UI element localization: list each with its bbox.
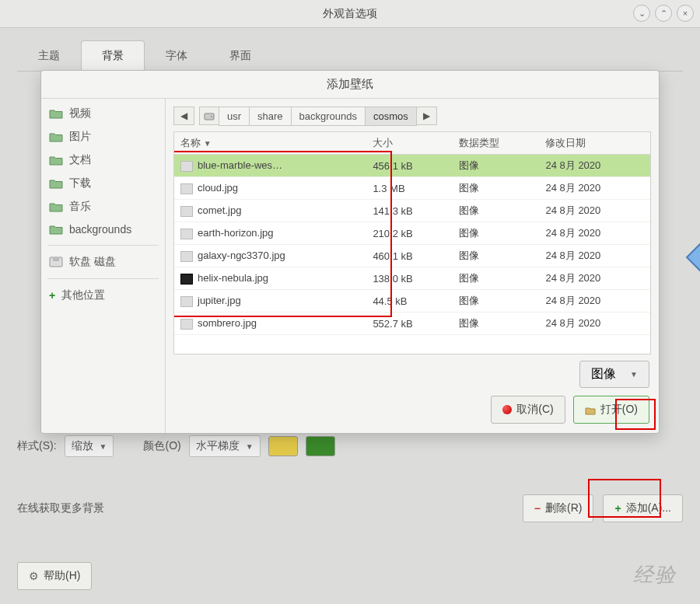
plus-icon: +: [614, 502, 621, 515]
dialog-title: 添加壁纸: [41, 71, 659, 99]
folder-icon: [49, 155, 63, 166]
tab-background[interactable]: 背景: [81, 40, 145, 71]
color-swatch-2[interactable]: [306, 436, 335, 456]
image-file-icon: [180, 206, 193, 217]
plus-icon: +: [49, 289, 55, 302]
filter-dropdown[interactable]: 图像▼: [579, 361, 649, 388]
sidebar-item-音乐[interactable]: 音乐: [41, 195, 165, 218]
image-file-icon: [180, 319, 193, 330]
style-row: 样式(S): 缩放▼ 颜色(O) 水平梯度▼: [17, 435, 683, 457]
add-button[interactable]: +添加(A)...: [603, 494, 683, 522]
window-minimize-button[interactable]: ⌄: [633, 5, 650, 22]
tab-theme[interactable]: 主题: [17, 40, 81, 71]
help-icon: ?: [685, 234, 700, 281]
sidebar-item-文档[interactable]: 文档: [41, 148, 165, 172]
sidebar-item-图片[interactable]: 图片: [41, 125, 165, 148]
style-label: 样式(S):: [17, 439, 57, 453]
folder-icon: [49, 201, 63, 212]
table-row[interactable]: helix-nebula.jpg138.0 kB图像24 8月 2020: [174, 267, 650, 290]
remove-button[interactable]: −删除(R): [523, 494, 594, 522]
sidebar-item-label: 音乐: [69, 200, 91, 214]
chevron-down-icon: ▼: [246, 442, 254, 451]
chevron-down-icon: ▼: [100, 442, 107, 451]
sidebar-item-label: 其他位置: [61, 288, 105, 302]
sidebar-item-label: 软盘 磁盘: [69, 255, 116, 269]
table-row[interactable]: sombrero.jpg552.7 kB图像24 8月 2020: [174, 312, 650, 335]
harddisk-icon: [204, 110, 215, 121]
image-file-icon: [180, 229, 193, 239]
svg-rect-2: [205, 113, 214, 120]
gear-icon: ⚙: [29, 570, 39, 582]
style-dropdown[interactable]: 缩放▼: [65, 435, 114, 457]
breadcrumb-seg-cosmos[interactable]: cosmos: [365, 106, 417, 126]
col-size[interactable]: 大小: [366, 132, 452, 155]
image-file-icon: [180, 161, 193, 172]
sidebar-item-其他位置[interactable]: +其他位置: [41, 284, 165, 307]
folder-icon: [49, 108, 63, 119]
col-name[interactable]: 名称 ▼: [174, 132, 366, 155]
window-titlebar: 外观首选项 ⌄ ⌃ ×: [0, 0, 700, 28]
sidebar-item-视频[interactable]: 视频: [41, 102, 165, 125]
chevron-down-icon: ▼: [630, 370, 638, 379]
svg-point-3: [211, 116, 212, 117]
table-row[interactable]: blue-marble-wes…456.1 kB图像24 8月 2020: [174, 155, 650, 177]
color-label: 颜色(O): [143, 439, 180, 453]
sidebar-item-软盘 磁盘[interactable]: 软盘 磁盘: [41, 250, 165, 274]
table-row[interactable]: earth-horizon.jpg210.2 kB图像24 8月 2020: [174, 222, 650, 245]
breadcrumb-seg-usr[interactable]: usr: [219, 106, 250, 126]
cancel-button[interactable]: 取消(C): [491, 396, 565, 424]
file-dialog: 添加壁纸 视频图片文档下载音乐backgrounds软盘 磁盘+其他位置 ◀ u…: [40, 70, 660, 434]
col-type[interactable]: 数据类型: [453, 132, 540, 155]
window-title: 外观首选项: [323, 7, 377, 21]
table-row[interactable]: comet.jpg141.3 kB图像24 8月 2020: [174, 200, 650, 222]
window-close-button[interactable]: ×: [677, 5, 694, 22]
breadcrumb: ◀ usrsharebackgroundscosmos ▶: [166, 99, 659, 131]
svg-rect-1: [53, 257, 59, 261]
dialog-sidebar: 视频图片文档下载音乐backgrounds软盘 磁盘+其他位置: [41, 99, 166, 433]
image-file-icon: [180, 274, 193, 285]
col-date[interactable]: 修改日期: [539, 132, 650, 155]
breadcrumb-drive-icon[interactable]: [199, 106, 219, 125]
breadcrumb-seg-backgrounds[interactable]: backgrounds: [291, 106, 366, 126]
watermark: 经验: [633, 561, 677, 588]
open-button[interactable]: 打开(O): [573, 396, 649, 424]
sidebar-item-label: 视频: [69, 106, 91, 120]
breadcrumb-seg-share[interactable]: share: [249, 106, 292, 126]
svg-marker-4: [687, 236, 700, 279]
tab-interface[interactable]: 界面: [208, 40, 272, 71]
record-icon: [502, 405, 512, 414]
folder-icon: [49, 224, 63, 235]
folder-icon: [49, 178, 63, 189]
sidebar-item-label: 图片: [69, 130, 91, 144]
file-list[interactable]: 名称 ▼ 大小 数据类型 修改日期 blue-marble-wes…456.1 …: [173, 131, 651, 354]
sidebar-item-label: 下载: [69, 176, 91, 190]
disk-icon: [49, 257, 63, 267]
sidebar-item-下载[interactable]: 下载: [41, 172, 165, 195]
breadcrumb-forward-button[interactable]: ▶: [416, 106, 437, 125]
sidebar-item-label: backgrounds: [69, 223, 131, 236]
sidebar-item-backgrounds[interactable]: backgrounds: [41, 218, 165, 240]
minus-icon: −: [534, 502, 541, 515]
gradient-dropdown[interactable]: 水平梯度▼: [189, 435, 261, 457]
help-button[interactable]: ⚙帮助(H): [17, 562, 92, 590]
folder-open-icon: [585, 405, 596, 414]
table-row[interactable]: galaxy-ngc3370.jpg460.1 kB图像24 8月 2020: [174, 245, 650, 267]
image-file-icon: [180, 183, 193, 194]
image-file-icon: [180, 251, 193, 262]
table-row[interactable]: jupiter.jpg44.5 kB图像24 8月 2020: [174, 290, 650, 312]
table-row[interactable]: cloud.jpg1.3 MB图像24 8月 2020: [174, 177, 650, 200]
sort-indicator-icon: ▼: [204, 139, 212, 148]
sidebar-item-label: 文档: [69, 153, 91, 167]
online-backgrounds-link[interactable]: 在线获取更多背景: [17, 501, 104, 515]
folder-icon: [49, 131, 63, 142]
image-file-icon: [180, 296, 193, 307]
tab-font[interactable]: 字体: [145, 40, 208, 71]
color-swatch-1[interactable]: [268, 436, 298, 456]
breadcrumb-back-button[interactable]: ◀: [173, 106, 194, 125]
tabs: 主题 背景 字体 界面: [17, 40, 683, 72]
window-maximize-button[interactable]: ⌃: [655, 5, 672, 22]
